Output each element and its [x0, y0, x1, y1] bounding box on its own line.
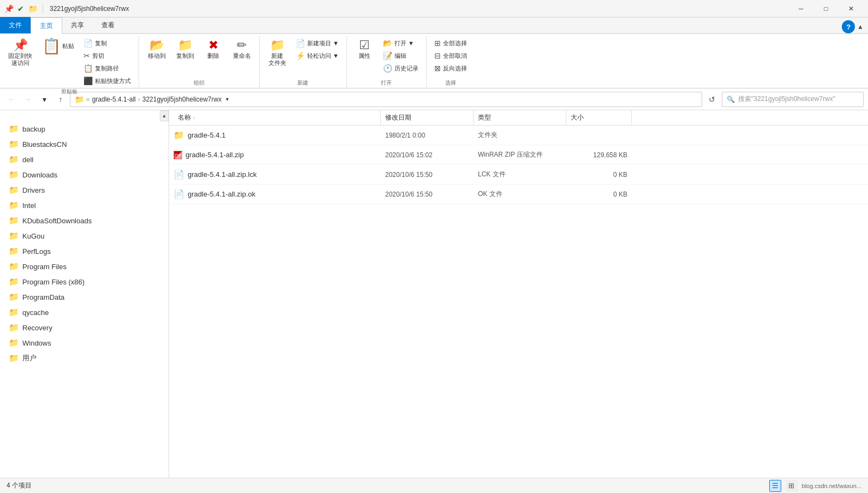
table-row[interactable]: 📄 gradle-5.4.1-all.zip.ok 2020/10/6 15:5…	[169, 185, 868, 204]
tab-file[interactable]: 文件	[0, 17, 31, 33]
folder-icon: 📁	[9, 277, 19, 287]
table-row[interactable]: ZIP gradle-5.4.1-all.zip 2020/10/6 15:02…	[169, 145, 868, 165]
address-bar[interactable]: 📁 « gradle-5.4.1-all › 3221gyojl5jsh0hel…	[70, 92, 702, 107]
help-button[interactable]: ?	[842, 20, 855, 33]
folder-icon: 📁	[9, 338, 19, 348]
copy-path-label: 复制路径	[95, 64, 119, 73]
refresh-button[interactable]: ↺	[704, 92, 720, 107]
rename-button[interactable]: ✏ 重命名	[229, 37, 255, 62]
organize-content: 📂 移动到 📁 复制到 ✖ 删除 ✏ 重命名	[143, 37, 255, 78]
folder-icon: 📁	[9, 262, 19, 271]
close-button[interactable]: ✕	[839, 0, 864, 17]
paste-button[interactable]: 📋 粘贴	[38, 37, 78, 56]
pin-label: 固定到快速访问	[8, 52, 32, 67]
minimize-button[interactable]: ─	[788, 0, 813, 17]
file-area: 名称 ↑ 修改日期 类型 大小 📁 gradle-5.4.1 1980/2/1 …	[169, 110, 868, 478]
properties-icon: ☑	[359, 39, 370, 51]
col-header-type[interactable]: 类型	[474, 110, 566, 125]
view-details-button[interactable]: ☰	[769, 480, 781, 492]
copy-path-button[interactable]: 📋 复制路径	[80, 62, 134, 74]
invert-selection-button[interactable]: ⊠ 反向选择	[431, 62, 470, 74]
sidebar-item-label: Recovery	[22, 324, 52, 332]
file-name-cell: 📄 gradle-5.4.1-all.zip.lck	[173, 169, 385, 180]
sidebar-item-qycache[interactable]: 📁qycache	[0, 305, 169, 320]
view-tiles-button[interactable]: ⊞	[786, 480, 798, 492]
col-header-size[interactable]: 大小	[566, 110, 632, 125]
file-type: OK 文件	[478, 189, 571, 199]
col-type-label: 类型	[478, 113, 491, 122]
file-name-cell: 📄 gradle-5.4.1-all.zip.ok	[173, 189, 385, 199]
sidebar-item-dell[interactable]: 📁dell	[0, 152, 169, 167]
sidebar-item-recovery[interactable]: 📁Recovery	[0, 320, 169, 335]
select-all-button[interactable]: ⊞ 全部选择	[431, 37, 470, 49]
move-icon: 📂	[149, 39, 164, 51]
sidebar-item-用户[interactable]: 📁用户	[0, 351, 169, 366]
edit-button[interactable]: 📝 编辑	[380, 50, 422, 62]
sidebar-item-drivers[interactable]: 📁Drivers	[0, 182, 169, 198]
sidebar-item-bluestackscn[interactable]: 📁BluestacksCN	[0, 136, 169, 152]
address-crumb-2[interactable]: 3221gyojl5jsh0helicew7rwx	[142, 96, 222, 103]
history-button[interactable]: 🕐 历史记录	[380, 62, 422, 74]
search-bar[interactable]: 🔍 搜索"3221gyojl5jsh0helicew7rwx"	[722, 92, 864, 107]
new-col: 📄 新建项目 ▼ ⚡ 轻松访问 ▼	[292, 37, 342, 62]
edit-label: 编辑	[394, 52, 406, 60]
status-bar-right: ☰ ⊞ blog.csdn.net/waxun...	[769, 480, 861, 492]
sidebar-item-downloads[interactable]: 📁Downloads	[0, 167, 169, 182]
pin-to-quick-access-button[interactable]: 📌 固定到快速访问	[4, 37, 36, 69]
paste-label: 粘贴	[62, 43, 74, 50]
sidebar-item-label: Program Files	[22, 263, 67, 271]
sidebar-item-backup[interactable]: 📁backup	[0, 121, 169, 136]
paste-shortcut-icon: ⬛	[83, 76, 93, 85]
paste-icon: 📋	[42, 39, 61, 54]
copy-to-icon: 📁	[178, 39, 193, 51]
ribbon: 📌 固定到快速访问 📋 粘贴 📄 复制 ✂ 剪切	[0, 34, 868, 88]
table-row[interactable]: 📁 gradle-5.4.1 1980/2/1 0:00 文件夹	[169, 126, 868, 145]
sidebar-item-program-files-x86[interactable]: 📁Program Files (x86)	[0, 274, 169, 289]
table-row[interactable]: 📄 gradle-5.4.1-all.zip.lck 2020/10/6 15:…	[169, 165, 868, 185]
open-col: 📂 打开 ▼ 📝 编辑 🕐 历史记录	[380, 37, 422, 74]
move-to-button[interactable]: 📂 移动到	[143, 37, 170, 62]
sidebar-item-label: PerfLogs	[22, 247, 51, 256]
file-type: WinRAR ZIP 压缩文件	[478, 150, 571, 159]
easy-access-button[interactable]: ⚡ 轻松访问 ▼	[292, 50, 342, 62]
col-header-name[interactable]: 名称 ↑	[173, 110, 381, 125]
new-item-button[interactable]: 📄 新建项目 ▼	[292, 37, 342, 49]
address-dropdown-btn[interactable]: ▾	[226, 96, 229, 102]
cut-button[interactable]: ✂ 剪切	[80, 50, 134, 62]
tab-view[interactable]: 查看	[93, 17, 123, 33]
maximize-button[interactable]: □	[813, 0, 839, 17]
status-bar: 4 个项目 ☰ ⊞ blog.csdn.net/waxun...	[0, 478, 868, 493]
delete-button[interactable]: ✖ 删除	[200, 37, 226, 62]
sidebar-item-kdubasoftdownloads[interactable]: 📁KDubaSoftDownloads	[0, 213, 169, 228]
sidebar-item-perflogs[interactable]: 📁PerfLogs	[0, 243, 169, 259]
sidebar-item-kugou[interactable]: 📁KuGou	[0, 228, 169, 243]
copy-to-button[interactable]: 📁 复制到	[172, 37, 198, 62]
col-header-date[interactable]: 修改日期	[381, 110, 474, 125]
ribbon-collapse-btn[interactable]: ▲	[857, 23, 864, 31]
sidebar-item-label: Drivers	[22, 186, 45, 194]
select-none-label: 全部取消	[443, 52, 467, 60]
ribbon-group-open: ☑ 属性 📂 打开 ▼ 📝 编辑 🕐 历史记录 打开	[347, 36, 427, 88]
sidebar-item-label: Intel	[22, 201, 36, 210]
sidebar-item-windows[interactable]: 📁Windows	[0, 335, 169, 351]
sidebar-item-program-files[interactable]: 📁Program Files	[0, 259, 169, 274]
copy-button[interactable]: 📄 复制	[80, 37, 134, 49]
ribbon-group-organize: 📂 移动到 📁 复制到 ✖ 删除 ✏ 重命名	[139, 36, 260, 88]
new-folder-label: 新建文件夹	[268, 52, 286, 67]
select-none-button[interactable]: ⊟ 全部取消	[431, 50, 470, 62]
move-label: 移动到	[148, 52, 166, 60]
tab-share[interactable]: 共享	[62, 17, 93, 33]
sidebar-item-programdata[interactable]: 📁ProgramData	[0, 289, 169, 305]
folder-icon: 📁	[9, 292, 19, 302]
sidebar-scroll-up-btn[interactable]: ▲	[160, 110, 169, 121]
properties-button[interactable]: ☑ 属性	[351, 37, 378, 62]
sidebar-item-intel[interactable]: 📁Intel	[0, 198, 169, 213]
paste-shortcut-button[interactable]: ⬛ 粘贴快捷方式	[80, 75, 134, 87]
delete-icon: ✖	[208, 39, 218, 51]
organize-col1: 📂 移动到	[143, 37, 170, 62]
open-button[interactable]: 📂 打开 ▼	[380, 37, 422, 49]
clipboard-label: 剪贴板	[4, 87, 134, 97]
tab-home[interactable]: 主页	[31, 17, 62, 34]
file-size: 129,658 KB	[571, 151, 636, 159]
new-folder-button[interactable]: 📁 新建文件夹	[264, 37, 290, 69]
